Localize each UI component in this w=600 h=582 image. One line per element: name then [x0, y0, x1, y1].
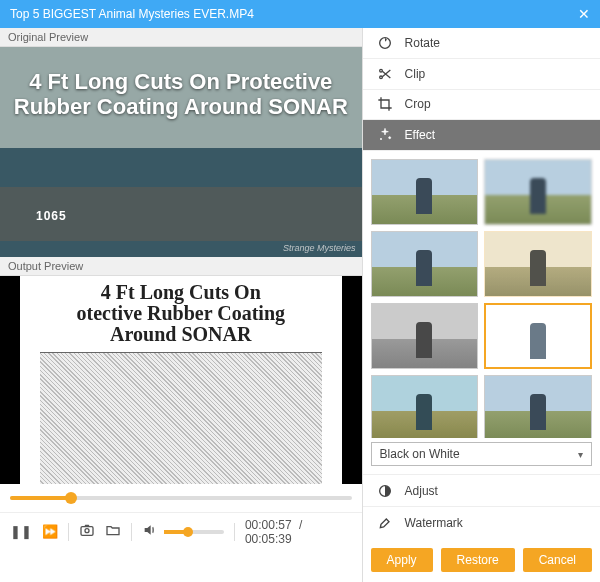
adjust-icon — [377, 483, 393, 499]
brush-icon — [377, 515, 393, 531]
effect-thumb[interactable] — [484, 375, 592, 438]
seek-track[interactable] — [10, 496, 352, 500]
tool-clip-label: Clip — [405, 67, 426, 81]
source-watermark: Strange Mysteries — [283, 243, 356, 253]
effect-thumb-selected[interactable] — [484, 303, 592, 369]
time-display: 00:00:57 / 00:05:39 — [245, 518, 352, 546]
open-folder-button[interactable] — [105, 522, 121, 541]
output-sketch — [40, 352, 322, 484]
fast-forward-button[interactable]: ⏩ — [42, 524, 58, 539]
tool-watermark-label: Watermark — [405, 516, 463, 530]
footer-buttons: Apply Restore Cancel — [363, 538, 600, 582]
speaker-icon — [142, 522, 158, 538]
camera-icon — [79, 522, 95, 538]
effect-dropdown-value: Black on White — [380, 447, 460, 461]
volume-track[interactable] — [164, 530, 224, 534]
effect-thumb[interactable] — [371, 303, 479, 369]
apply-button[interactable]: Apply — [371, 548, 433, 572]
effect-thumb[interactable] — [371, 159, 479, 225]
tool-effect[interactable]: Effect — [363, 120, 600, 151]
separator — [131, 523, 132, 541]
chevron-down-icon: ▾ — [578, 449, 583, 460]
main-container: Original Preview 1065 4 Ft Long Cuts On … — [0, 28, 600, 582]
tool-clip[interactable]: Clip — [363, 59, 600, 90]
svg-point-3 — [379, 69, 382, 72]
tool-adjust-label: Adjust — [405, 484, 438, 498]
titlebar: Top 5 BIGGEST Animal Mysteries EVER.MP4 … — [0, 0, 600, 28]
snapshot-button[interactable] — [79, 522, 95, 541]
svg-point-6 — [380, 139, 381, 140]
tool-effect-label: Effect — [405, 128, 435, 142]
total-time: 00:05:39 — [245, 532, 292, 546]
effect-thumb[interactable] — [484, 231, 592, 297]
effect-thumb[interactable] — [371, 231, 479, 297]
hull-number: 1065 — [36, 209, 67, 223]
rotate-icon — [377, 35, 393, 51]
volume-thumb[interactable] — [183, 527, 193, 537]
timeline — [0, 484, 362, 512]
effect-dropdown[interactable]: Black on White ▾ — [371, 442, 592, 466]
pause-button[interactable]: ❚❚ — [10, 524, 32, 539]
close-icon[interactable]: ✕ — [578, 6, 590, 22]
seek-progress — [10, 496, 71, 500]
playback-controls: ❚❚ ⏩ 00:00:57 / — [0, 512, 362, 550]
original-preview-label: Original Preview — [0, 28, 362, 47]
sparkle-icon — [377, 127, 393, 143]
svg-rect-0 — [81, 527, 93, 536]
time-sep: / — [299, 518, 302, 532]
scissors-icon — [377, 66, 393, 82]
bottom-tools: Adjust Watermark — [363, 474, 600, 538]
effects-grid — [363, 151, 600, 438]
restore-button[interactable]: Restore — [441, 548, 515, 572]
original-overlay-text: 4 Ft Long Cuts On Protective Rubber Coat… — [0, 69, 362, 120]
original-preview: 1065 4 Ft Long Cuts On Protective Rubber… — [0, 47, 362, 257]
tool-crop[interactable]: Crop — [363, 90, 600, 121]
tool-rotate-label: Rotate — [405, 36, 440, 50]
output-preview: 4 Ft Long Cuts On otective Rubber Coatin… — [0, 276, 362, 484]
svg-point-1 — [85, 529, 89, 533]
volume-icon[interactable] — [142, 522, 158, 541]
output-preview-label: Output Preview — [0, 257, 362, 276]
separator — [234, 523, 235, 541]
svg-point-4 — [379, 76, 382, 79]
tool-watermark[interactable]: Watermark — [363, 506, 600, 538]
left-panel: Original Preview 1065 4 Ft Long Cuts On … — [0, 28, 363, 582]
crop-icon — [377, 96, 393, 112]
volume-control — [142, 522, 224, 541]
output-frame: 4 Ft Long Cuts On otective Rubber Coatin… — [20, 276, 342, 484]
seek-thumb[interactable] — [65, 492, 77, 504]
current-time: 00:00:57 — [245, 518, 292, 532]
svg-point-5 — [388, 137, 390, 139]
folder-icon — [105, 522, 121, 538]
separator — [68, 523, 69, 541]
right-panel: Rotate Clip Crop Effect Black on White — [363, 28, 600, 582]
tool-rotate[interactable]: Rotate — [363, 28, 600, 59]
output-overlay-text: 4 Ft Long Cuts On otective Rubber Coatin… — [20, 282, 342, 345]
tool-crop-label: Crop — [405, 97, 431, 111]
effect-thumb[interactable] — [371, 375, 479, 438]
effect-thumb[interactable] — [484, 159, 592, 225]
window-title: Top 5 BIGGEST Animal Mysteries EVER.MP4 — [10, 7, 578, 21]
cancel-button[interactable]: Cancel — [523, 548, 592, 572]
tool-adjust[interactable]: Adjust — [363, 474, 600, 506]
